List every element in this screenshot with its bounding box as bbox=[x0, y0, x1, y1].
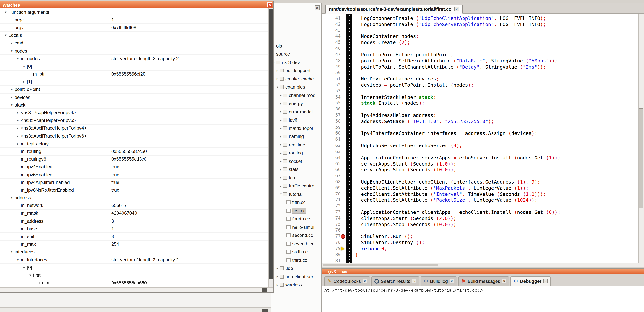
watch-row[interactable]: m_address3 bbox=[0, 217, 268, 225]
expander-icon[interactable]: ▸ bbox=[279, 110, 283, 114]
code-line[interactable]: 44 NodeContainer nodes; bbox=[322, 33, 638, 40]
watch-row[interactable]: m_network655617 bbox=[0, 202, 268, 209]
watch-row[interactable]: ▾address bbox=[0, 194, 268, 202]
watch-row[interactable]: ▾Locals bbox=[0, 32, 268, 39]
watch-row[interactable]: m_routing0x555555587c50 bbox=[0, 148, 268, 156]
expander-icon[interactable]: ▸ bbox=[279, 168, 283, 171]
log-tab-build-log[interactable]: ⚙Build log× bbox=[421, 276, 457, 286]
expander-icon[interactable]: ▾ bbox=[279, 193, 283, 196]
close-icon[interactable]: × bbox=[502, 279, 506, 283]
watch-row[interactable]: ▾Function arguments bbox=[0, 8, 268, 16]
code-line[interactable]: 57 Ipv4AddressHelper address; bbox=[322, 112, 638, 119]
scrollbar-thumb[interactable] bbox=[323, 264, 438, 266]
watch-row[interactable]: m_ipv4Enabledtrue bbox=[0, 163, 268, 171]
code-line[interactable]: 68 UdpEchoClientHelper echoClient (inter… bbox=[322, 179, 638, 185]
close-icon[interactable]: × bbox=[454, 7, 459, 11]
code-line[interactable]: 43 bbox=[322, 27, 638, 33]
expander-icon[interactable]: ▾ bbox=[27, 273, 33, 277]
expander-icon[interactable]: ▸ bbox=[275, 283, 280, 287]
scrollbar-thumb[interactable] bbox=[262, 288, 267, 292]
tree-item-buildsupport[interactable]: ▸buildsupport bbox=[271, 66, 321, 75]
tree-item-sixth-cc[interactable]: sixth.cc bbox=[271, 248, 321, 256]
watch-row[interactable]: ▾nodes bbox=[0, 47, 268, 55]
tree-item-udp-client-ser[interactable]: ▸udp-client-ser bbox=[271, 273, 321, 281]
expander-icon[interactable]: ▾ bbox=[3, 33, 8, 37]
logs-titlebar[interactable]: Logs & others bbox=[322, 269, 644, 275]
tree-item-ns-3-dev[interactable]: ▾ns-3-dev bbox=[271, 58, 321, 66]
watch-row[interactable]: ▸pointToPoint bbox=[0, 86, 268, 94]
watch-row[interactable]: m_ipv6Enabledtrue bbox=[0, 171, 268, 179]
tree-item-realtime[interactable]: ▸realtime bbox=[271, 141, 321, 149]
code-line[interactable]: 59 bbox=[322, 124, 638, 131]
expander-icon[interactable]: ▸ bbox=[279, 160, 283, 163]
watch-row[interactable]: ▾[0] bbox=[0, 264, 268, 271]
watch-row[interactable]: ▾first bbox=[0, 272, 268, 279]
expander-icon[interactable]: ▾ bbox=[15, 57, 21, 60]
watch-row[interactable]: ▾interfaces bbox=[0, 248, 268, 256]
expander-icon[interactable]: ▸ bbox=[21, 80, 27, 84]
code-line[interactable]: 61 bbox=[322, 137, 638, 143]
watch-row[interactable]: ▸cmd bbox=[0, 39, 268, 47]
expander-icon[interactable]: ▸ bbox=[275, 69, 280, 72]
code-line[interactable]: 64 ApplicationContainer serverApps = ech… bbox=[322, 155, 638, 161]
code-line[interactable]: 66 serverApps.Stop (Seconds (10.0)); bbox=[322, 167, 638, 173]
watch-row[interactable]: m_base1 bbox=[0, 225, 268, 233]
tree-item-fourth-cc[interactable]: fourth.cc bbox=[271, 215, 321, 223]
scrollbar-thumb[interactable] bbox=[262, 309, 268, 312]
code-line[interactable]: 47 PointToPointHelper pointToPoint; bbox=[322, 52, 638, 58]
expander-icon[interactable]: ▸ bbox=[279, 143, 283, 147]
tree-item-traffic-contro[interactable]: ▸traffic-contro bbox=[271, 182, 321, 190]
expander-icon[interactable]: ▸ bbox=[279, 119, 283, 122]
tree-item-channel-mod[interactable]: ▸channel-mod bbox=[271, 91, 321, 99]
tree-item-examples[interactable]: ▾examples bbox=[271, 83, 321, 91]
tree-item-third-cc[interactable]: third.cc bbox=[271, 256, 321, 264]
code-line[interactable]: 78 Simulator::Destroy (); bbox=[322, 240, 638, 246]
expander-icon[interactable]: ▸ bbox=[279, 176, 283, 179]
code-line[interactable]: 70 echoClient.SetAttribute ("Interval", … bbox=[322, 191, 638, 197]
code-line[interactable]: 55 stack.Install (nodes); bbox=[322, 100, 638, 106]
code-line[interactable]: 52 devices = pointToPoint.Install (nodes… bbox=[322, 82, 638, 88]
expander-icon[interactable]: ▾ bbox=[9, 196, 14, 200]
tree-item-ipv6[interactable]: ▸ipv6 bbox=[271, 116, 321, 124]
watch-row[interactable]: ▸devices bbox=[0, 94, 268, 101]
watch-row[interactable]: m_ptr0x5555555ca660 bbox=[0, 279, 268, 287]
tree-item-tutorial[interactable]: ▾tutorial bbox=[271, 190, 321, 198]
watch-row[interactable]: argv0x7fffffffdf08 bbox=[0, 24, 268, 32]
watch-row[interactable]: argc1 bbox=[0, 16, 268, 24]
tree-item-ols[interactable]: ols bbox=[271, 42, 321, 50]
code-line[interactable]: 75 clientApps.Stop (Seconds (10.0)); bbox=[322, 221, 638, 227]
watches-titlebar[interactable]: Watches × bbox=[0, 1, 274, 8]
expander-icon[interactable]: ▸ bbox=[9, 88, 14, 91]
vertical-scrollbar[interactable] bbox=[268, 8, 274, 288]
horizontal-scrollbar[interactable] bbox=[322, 263, 644, 267]
horizontal-scrollbar[interactable] bbox=[0, 308, 271, 312]
code-line[interactable]: 42 LogComponentEnable ("UdpEchoServerApp… bbox=[322, 21, 638, 28]
tree-item-udp[interactable]: ▸udp bbox=[271, 264, 321, 273]
expander-icon[interactable]: ▸ bbox=[279, 184, 283, 188]
watch-row[interactable]: m_routingv60x5555555cd3c0 bbox=[0, 156, 268, 163]
code-line[interactable]: 67 bbox=[322, 173, 638, 179]
code-area[interactable]: 41 LogComponentEnable ("UdpEchoClientApp… bbox=[322, 14, 638, 263]
log-tab-code-blocks[interactable]: ✎Code::Blocks× bbox=[324, 276, 370, 286]
code-line[interactable]: 73 ApplicationContainer clientApps = ech… bbox=[322, 209, 638, 215]
close-icon[interactable]: × bbox=[450, 279, 454, 283]
watch-row[interactable]: ▸[1] bbox=[0, 78, 268, 86]
watch-row[interactable]: ▸m_tcpFactory bbox=[0, 140, 268, 148]
tree-item-stats[interactable]: ▸stats bbox=[271, 165, 321, 174]
scrollbar-thumb[interactable] bbox=[269, 9, 273, 279]
expander-icon[interactable]: ▸ bbox=[279, 135, 283, 138]
expander-icon[interactable]: ▸ bbox=[15, 126, 21, 130]
code-line[interactable]: 53 bbox=[322, 88, 638, 94]
expander-icon[interactable]: ▾ bbox=[9, 103, 14, 107]
tree-item-source[interactable]: source bbox=[271, 50, 321, 58]
watch-row[interactable]: ▾m_nodesstd::vector of length 2, capacit… bbox=[0, 55, 268, 62]
code-line[interactable]: 81 bbox=[322, 258, 638, 263]
expander-icon[interactable]: ▾ bbox=[9, 49, 14, 53]
tree-item-cmake-cache[interactable]: ▸cmake_cache bbox=[271, 75, 321, 83]
tree-item-error-model[interactable]: ▸error-model bbox=[271, 108, 321, 116]
watch-row[interactable]: m_ptr0x55555556cf20 bbox=[0, 70, 268, 78]
tree-item-tcp[interactable]: ▸tcp bbox=[271, 174, 321, 182]
watch-row[interactable]: m_mask4294967040 bbox=[0, 210, 268, 217]
expander-icon[interactable]: ▸ bbox=[279, 127, 283, 130]
log-tab-build-messages[interactable]: ⚑Build messages× bbox=[458, 276, 510, 286]
